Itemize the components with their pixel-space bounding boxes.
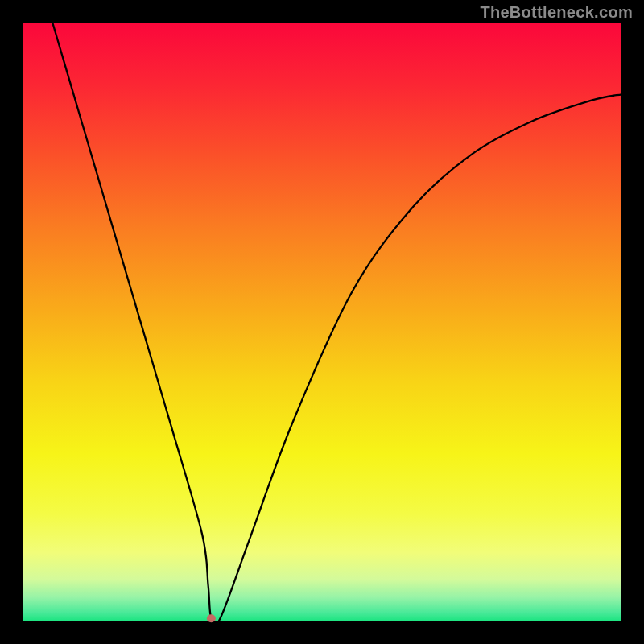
plot-area: [23, 23, 621, 621]
bottleneck-chart: [0, 0, 644, 644]
optimal-point-marker: [207, 614, 216, 622]
watermark-text: TheBottleneck.com: [480, 3, 633, 22]
